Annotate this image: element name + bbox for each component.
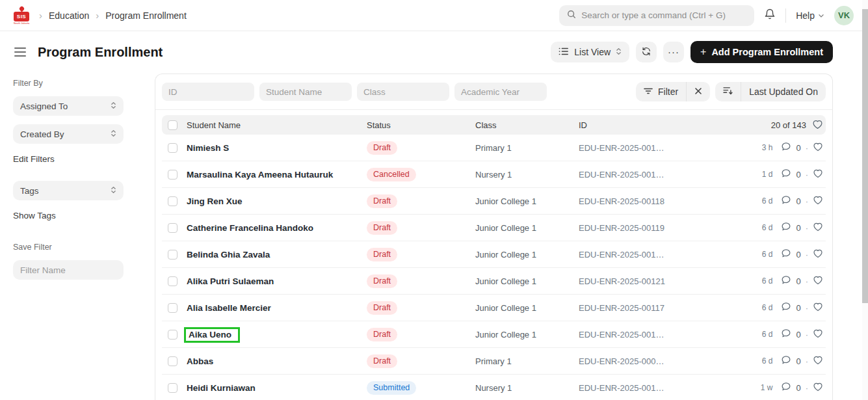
filter-name-input[interactable] [13, 260, 124, 280]
table-row[interactable]: Alika Putri Sulaeman Draft Junior Colleg… [162, 268, 826, 295]
student-name-link[interactable]: Alika Putri Sulaeman [187, 276, 274, 286]
show-tags-link[interactable]: Show Tags [13, 211, 137, 220]
assigned-to-select[interactable]: Assigned To [13, 96, 124, 116]
sort-direction-button[interactable] [715, 82, 741, 101]
more-options-button[interactable]: ··· [663, 42, 684, 62]
table-row[interactable]: Jing Ren Xue Draft Junior College 1 EDU-… [162, 188, 826, 215]
id-cell[interactable]: EDU-ENR-2025-001… [579, 330, 732, 340]
comment-icon[interactable] [781, 328, 791, 341]
heart-icon[interactable] [813, 382, 823, 394]
student-name-link[interactable]: Marsaulina Kaya Ameena Hutauruk [187, 170, 333, 180]
add-program-enrollment-button[interactable]: + Add Program Enrollment [690, 41, 833, 63]
row-checkbox[interactable] [168, 356, 178, 366]
student-name-link[interactable]: Aika Ueno [184, 327, 240, 343]
id-cell[interactable]: EDU-ENR-2025-001… [579, 383, 732, 393]
refresh-button[interactable] [636, 42, 657, 62]
row-checkbox[interactable] [168, 170, 178, 180]
academic-year-filter-input[interactable] [454, 83, 547, 101]
breadcrumb: › Education › Program Enrollment [39, 10, 187, 21]
student-name-link[interactable]: Catherine Francelina Handoko [187, 223, 313, 233]
id-cell[interactable]: EDU-ENR-2025-00117 [579, 303, 732, 313]
view-switcher-button[interactable]: List View [551, 42, 629, 62]
row-count[interactable]: 20 of 143 [771, 120, 806, 130]
student-name-link[interactable]: Belinda Ghia Zavala [187, 250, 270, 260]
heart-icon[interactable] [813, 168, 823, 181]
id-cell[interactable]: EDU-ENR-2025-001… [579, 250, 732, 260]
id-cell[interactable]: EDU-ENR-2025-001… [579, 143, 732, 153]
row-checkbox[interactable] [168, 383, 178, 393]
id-cell[interactable]: EDU-ENR-2025-001… [579, 170, 732, 180]
table-row[interactable]: Marsaulina Kaya Ameena Hutauruk Cancelle… [162, 161, 826, 188]
class-filter-input[interactable] [357, 83, 449, 101]
heart-icon[interactable] [813, 222, 823, 234]
comment-icon[interactable] [781, 222, 791, 234]
comment-icon[interactable] [781, 355, 791, 367]
id-cell[interactable]: EDU-ENR-2025-00118 [579, 196, 732, 206]
row-checkbox[interactable] [168, 223, 178, 233]
comment-icon[interactable] [781, 382, 791, 394]
chevron-down-icon [818, 10, 824, 21]
avatar[interactable]: VK [834, 6, 854, 25]
comment-icon[interactable] [781, 168, 791, 181]
heart-icon[interactable] [812, 119, 823, 131]
id-cell[interactable]: EDU-ENR-2025-00121 [579, 276, 732, 286]
app-logo[interactable]: SIS South Jakarta [13, 5, 30, 27]
heart-icon[interactable] [813, 302, 823, 314]
heart-icon[interactable] [813, 328, 823, 341]
filter-button[interactable]: Filter [636, 82, 686, 101]
comment-icon[interactable] [781, 195, 791, 207]
breadcrumb-program-enrollment[interactable]: Program Enrollment [105, 10, 187, 21]
comment-icon[interactable] [781, 142, 791, 154]
id-filter-input[interactable] [162, 83, 254, 101]
heart-icon[interactable] [813, 195, 823, 207]
student-name-link[interactable]: Jing Ren Xue [187, 196, 243, 206]
row-checkbox[interactable] [168, 196, 178, 206]
id-cell[interactable]: EDU-ENR-2025-00119 [579, 223, 732, 233]
table-row[interactable]: Catherine Francelina Handoko Draft Junio… [162, 215, 826, 241]
scrollbar-thumb[interactable] [862, 9, 868, 303]
help-menu[interactable]: Help [796, 10, 824, 21]
search-input[interactable] [581, 10, 746, 20]
student-name-link[interactable]: Alia Isabelle Mercier [187, 303, 271, 313]
clear-filter-icon [694, 87, 702, 97]
header-id[interactable]: ID [579, 120, 732, 130]
table-row[interactable]: Aika Ueno Draft Junior College 1 EDU-ENR… [162, 321, 826, 348]
table-row[interactable]: Alia Isabelle Mercier Draft Junior Colle… [162, 295, 826, 321]
sidebar-toggle-icon[interactable] [14, 47, 26, 57]
heart-icon[interactable] [813, 142, 823, 154]
row-checkbox[interactable] [168, 143, 178, 153]
comment-icon[interactable] [781, 302, 791, 314]
header-status[interactable]: Status [367, 120, 475, 130]
notifications-button[interactable] [764, 8, 776, 22]
breadcrumb-education[interactable]: Education [49, 10, 89, 21]
select-all-checkbox[interactable] [168, 120, 178, 130]
heart-icon[interactable] [813, 248, 823, 261]
table-row[interactable]: Abbas Draft Primary 1 EDU-ENR-2025-000… … [162, 348, 826, 375]
student-name-link[interactable]: Nimiesh S [187, 143, 229, 153]
table-row[interactable]: Heidi Kurniawan Submitted Nursery 1 EDU-… [162, 375, 826, 400]
table-row[interactable]: Belinda Ghia Zavala Draft Junior College… [162, 241, 826, 268]
table-row[interactable]: Nimiesh S Draft Primary 1 EDU-ENR-2025-0… [162, 135, 826, 161]
header-student-name[interactable]: Student Name [187, 120, 367, 130]
created-by-select[interactable]: Created By [13, 124, 124, 144]
clear-filter-button[interactable] [686, 82, 710, 101]
comment-icon[interactable] [781, 275, 791, 287]
heart-icon[interactable] [813, 275, 823, 287]
id-cell[interactable]: EDU-ENR-2025-000… [579, 356, 732, 366]
filter-by-label: Filter By [13, 79, 137, 88]
scrollbar-track[interactable] [862, 0, 868, 400]
row-checkbox[interactable] [168, 250, 178, 260]
row-checkbox[interactable] [168, 330, 178, 340]
global-search[interactable] [559, 5, 754, 26]
student-name-link[interactable]: Heidi Kurniawan [187, 383, 256, 393]
heart-icon[interactable] [813, 355, 823, 367]
comment-icon[interactable] [781, 248, 791, 261]
student-name-link[interactable]: Abbas [187, 356, 213, 366]
row-checkbox[interactable] [168, 303, 178, 313]
header-class[interactable]: Class [475, 120, 579, 130]
tags-select[interactable]: Tags [13, 181, 124, 200]
sort-field-button[interactable]: Last Updated On [741, 82, 826, 101]
row-checkbox[interactable] [168, 276, 178, 286]
edit-filters-link[interactable]: Edit Filters [13, 154, 137, 164]
student-name-filter-input[interactable] [259, 83, 352, 101]
